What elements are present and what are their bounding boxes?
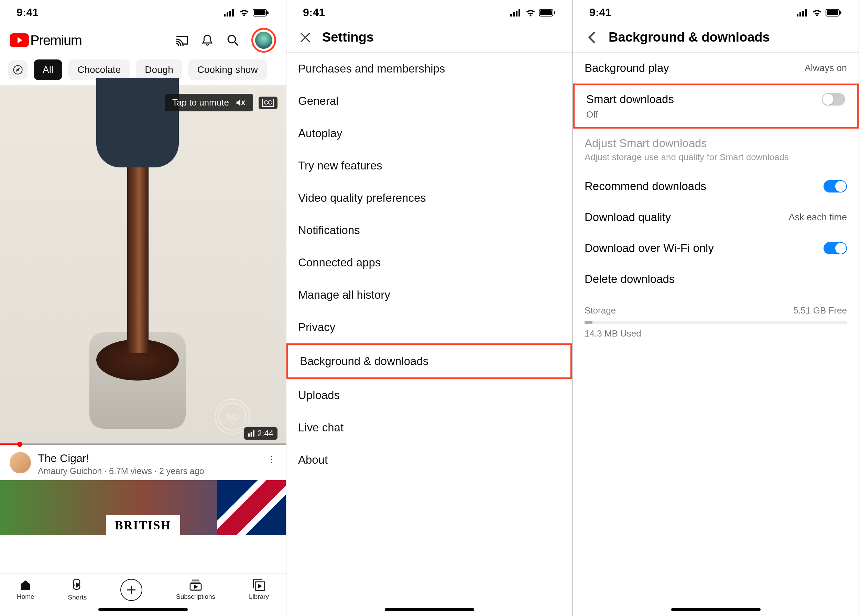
svg-marker-10 [16,68,19,71]
quality-value: Ask each time [789,212,847,223]
video-duration: 2:44 [244,427,277,440]
home-indicator[interactable] [671,608,760,611]
home-icon [19,579,31,591]
notifications-icon[interactable] [200,33,214,47]
unmute-button[interactable]: Tap to unmute [165,94,253,112]
home-indicator[interactable] [98,608,188,611]
cellular-icon [510,9,522,17]
row-wifi-only[interactable]: Download over Wi-Fi only [573,233,859,264]
library-icon [253,579,265,591]
svg-text:AG: AG [227,412,239,421]
home-indicator[interactable] [385,608,474,611]
channel-avatar[interactable] [9,452,31,473]
svg-rect-39 [802,11,804,17]
nav-shorts[interactable]: Shorts [68,578,87,601]
row-background-play[interactable]: Background play Always on [573,53,859,83]
video-thumbnail[interactable]: Tap to unmute CC AG 2:44 [0,85,286,445]
settings-row-background-downloads-highlighted[interactable]: Background & downloads [286,343,572,379]
adjust-desc: Adjust storage use and quality for Smart… [584,152,847,163]
next-video-thumbnail[interactable]: BRITISH [0,480,286,535]
cast-icon[interactable] [175,33,189,47]
thumbnail-art [0,85,286,445]
svg-rect-38 [800,13,801,17]
wifi-icon [239,9,249,17]
status-bar: 9:41 [286,0,572,22]
youtube-play-icon [9,33,29,47]
row-delete-downloads[interactable]: Delete downloads [573,264,859,295]
recommend-toggle[interactable] [823,180,847,193]
row-adjust-smart-downloads: Adjust Smart downloads Adjust storage us… [573,129,859,171]
settings-row-connected-apps[interactable]: Connected apps [286,247,572,279]
premium-text: Premium [30,33,82,48]
svg-rect-42 [826,10,838,15]
search-icon[interactable] [226,33,240,47]
nav-create[interactable] [120,579,142,601]
page-title: Background & downloads [609,30,770,45]
muted-icon [235,98,246,107]
row-recommend-downloads[interactable]: Recommend downloads [573,171,859,202]
chip-dough[interactable]: Dough [136,60,182,80]
back-icon[interactable] [584,30,599,45]
status-time: 9:41 [16,6,38,19]
bottom-nav: Home Shorts Subscriptions Library [0,574,286,604]
settings-row-privacy[interactable]: Privacy [286,311,572,343]
settings-row-try-new[interactable]: Try new features [286,149,572,182]
profile-avatar-highlighted[interactable] [251,28,276,53]
chip-chocolate[interactable]: Chocolate [68,60,130,80]
cellular-icon [224,9,236,17]
screen-youtube-home: 9:41 Premium All Chocolate Dough Cooking… [0,0,286,616]
page-title: Settings [322,30,374,45]
wifi-toggle[interactable] [823,242,847,255]
battery-icon [253,9,269,17]
storage-section: Storage 5.51 GB Free 14.3 MB Used [573,299,859,345]
chip-cooking[interactable]: Cooking show [189,60,267,80]
recommend-label: Recommend downloads [584,180,706,193]
svg-rect-28 [510,14,512,17]
settings-row-autoplay[interactable]: Autoplay [286,117,572,149]
svg-rect-16 [248,434,250,437]
svg-rect-29 [513,13,515,17]
settings-row-general[interactable]: General [286,85,572,117]
svg-rect-31 [518,9,520,17]
svg-rect-1 [227,13,228,17]
settings-row-history[interactable]: Manage all history [286,279,572,311]
video-title: The Cigar! [38,452,204,465]
smart-downloads-label: Smart downloads [586,93,674,106]
storage-label: Storage [584,305,616,316]
status-indicators [224,9,269,17]
smart-downloads-status: Off [586,109,845,120]
nav-subscriptions[interactable]: Subscriptions [176,579,215,600]
unmute-label: Tap to unmute [172,97,229,108]
video-metadata[interactable]: The Cigar! Amaury Guichon · 6.7M views ·… [0,445,286,480]
plus-icon [126,585,137,595]
screen-background-downloads: 9:41 Background & downloads Background p… [573,0,859,616]
settings-row-video-quality[interactable]: Video quality preferences [286,182,572,214]
settings-row-notifications[interactable]: Notifications [286,214,572,247]
shorts-icon [71,578,83,592]
settings-row-live-chat[interactable]: Live chat [286,412,572,444]
bgplay-label: Background play [584,61,669,75]
status-time: 9:41 [303,6,325,19]
explore-icon[interactable] [8,60,27,79]
nav-home[interactable]: Home [17,579,35,600]
svg-rect-18 [253,431,255,437]
settings-row-about[interactable]: About [286,444,572,476]
close-icon[interactable] [298,30,313,45]
video-progress[interactable] [0,443,286,445]
video-more-icon[interactable]: ⋮ [267,452,276,465]
youtube-premium-logo[interactable]: Premium [9,33,82,48]
settings-row-uploads[interactable]: Uploads [286,379,572,412]
nav-library[interactable]: Library [249,579,269,600]
screen-settings: 9:41 Settings Purchases and memberships … [286,0,573,616]
row-smart-downloads-highlighted: Smart downloads Off [573,83,859,129]
captions-button[interactable]: CC [258,97,277,109]
row-download-quality[interactable]: Download quality Ask each time [573,202,859,233]
settings-list: Purchases and memberships General Autopl… [286,53,572,476]
settings-row-purchases[interactable]: Purchases and memberships [286,53,572,85]
downloads-header: Background & downloads [573,22,859,53]
chip-all[interactable]: All [34,60,62,80]
svg-rect-6 [267,11,269,14]
smart-downloads-toggle[interactable] [822,93,845,105]
wifi-label: Download over Wi-Fi only [584,242,714,255]
battery-icon [539,9,556,17]
